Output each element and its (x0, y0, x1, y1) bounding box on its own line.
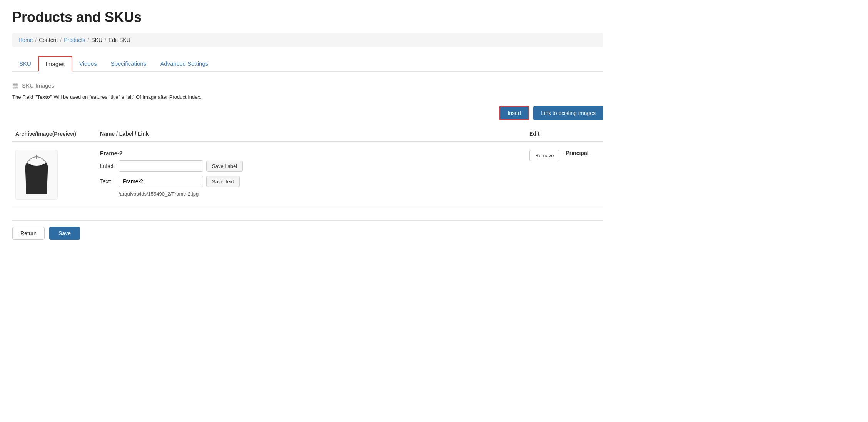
edit-col: Remove Principal (526, 148, 603, 163)
product-image-svg (19, 152, 54, 198)
image-path: /arquivos/ids/155490_2/Frame-2.jpg (119, 191, 523, 197)
breadcrumb-content: Content (39, 37, 58, 43)
product-thumbnail (15, 150, 58, 200)
tab-bar: SKU Images Videos Specifications Advance… (12, 56, 603, 72)
table-row: Frame-2 Label: Save Label Text: Save Tex… (12, 142, 603, 208)
breadcrumb-sep-2: / (60, 37, 62, 43)
save-text-button[interactable]: Save Text (206, 176, 240, 187)
image-name: Frame-2 (100, 150, 523, 156)
save-label-button[interactable]: Save Label (206, 161, 243, 172)
label-field-row: Label: Save Label (100, 160, 523, 172)
table-header: Archive/Image(Preview) Name / Label / Li… (12, 126, 603, 142)
action-bar: Insert Link to existing images (12, 106, 603, 120)
page-title: Products and SKUs (12, 9, 603, 25)
remove-button[interactable]: Remove (529, 150, 559, 161)
label-input[interactable] (119, 160, 203, 172)
principal-label: Principal (566, 150, 588, 156)
footer-actions: Return Save (12, 220, 603, 240)
tab-images[interactable]: Images (38, 56, 72, 72)
col-archive: Archive/Image(Preview) (12, 129, 97, 138)
section-header: ▦ SKU Images (12, 81, 603, 90)
svg-line-1 (27, 159, 31, 163)
tab-sku[interactable]: SKU (12, 56, 38, 71)
tab-specifications[interactable]: Specifications (104, 56, 154, 71)
breadcrumb-sep-3: / (87, 37, 89, 43)
tab-videos[interactable]: Videos (72, 56, 104, 71)
link-images-button[interactable]: Link to existing images (533, 106, 603, 120)
return-button[interactable]: Return (12, 227, 45, 240)
image-preview-col (12, 148, 97, 201)
breadcrumb-home[interactable]: Home (18, 37, 33, 43)
text-field-label: Text: (100, 178, 115, 184)
tab-advanced-settings[interactable]: Advanced Settings (153, 56, 215, 71)
breadcrumb-sep-1: / (35, 37, 37, 43)
label-field-label: Label: (100, 163, 115, 169)
name-label-col: Frame-2 Label: Save Label Text: Save Tex… (97, 148, 526, 198)
breadcrumb: Home / Content / Products / SKU / Edit S… (12, 33, 603, 47)
breadcrumb-products[interactable]: Products (64, 37, 85, 43)
breadcrumb-sep-4: / (105, 37, 106, 43)
col-edit: Edit (526, 129, 603, 138)
section-title: SKU Images (22, 82, 54, 89)
col-name: Name / Label / Link (97, 129, 526, 138)
svg-line-2 (42, 159, 46, 163)
section-icon: ▦ (12, 81, 19, 90)
insert-button[interactable]: Insert (499, 106, 529, 120)
breadcrumb-sku: SKU (91, 37, 102, 43)
text-input[interactable] (119, 176, 203, 187)
save-button[interactable]: Save (49, 227, 80, 240)
info-text: The Field "Texto" Will be used on featur… (12, 94, 603, 100)
text-field-row: Text: Save Text (100, 176, 523, 187)
breadcrumb-edit-sku: Edit SKU (108, 37, 130, 43)
